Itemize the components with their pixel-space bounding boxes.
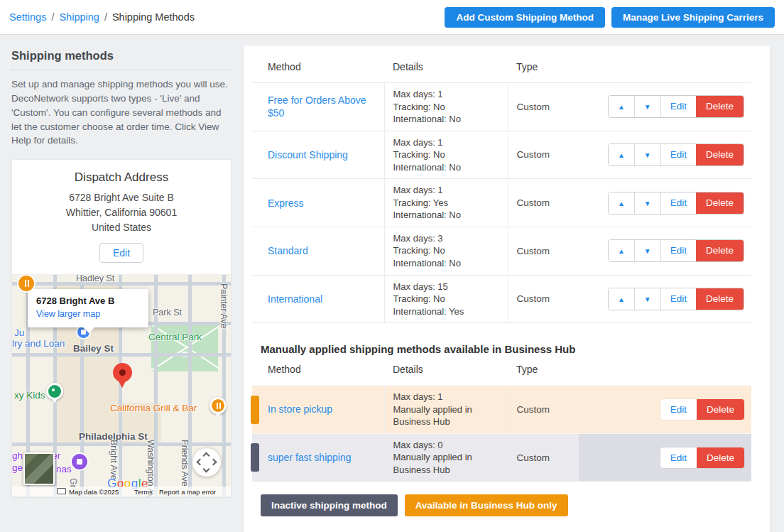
page-title: Shipping methods <box>11 49 232 70</box>
poi-label-whittier-line2: ge <box>12 462 23 473</box>
method-details: Max days: 3 Tracking: No International: … <box>393 232 499 270</box>
move-up-button[interactable]: ▲ <box>609 96 634 117</box>
legend-available-in-business-hub: Available in Business Hub only <box>405 494 568 516</box>
actions-cell: ▲ ▼ Edit Delete <box>579 179 751 227</box>
type-cell: Custom <box>508 83 579 131</box>
edit-button[interactable]: Edit <box>660 399 697 420</box>
dispatch-address-line3: United States <box>19 220 224 235</box>
poi-label-jewelry-line1: Ju <box>14 327 24 338</box>
edit-button[interactable]: Edit <box>660 96 696 117</box>
shipping-method-row: Express Max days: 1 Tracking: Yes Intern… <box>252 179 751 227</box>
row-action-buttons: ▲ ▼ Edit Delete <box>608 288 744 310</box>
move-down-button[interactable]: ▼ <box>634 240 660 261</box>
google-map[interactable]: Hadley St Park St Bailey St Philadelphia… <box>12 274 231 496</box>
method-cell: Express <box>252 179 384 227</box>
poi-label-kids: xy Kids <box>14 390 45 401</box>
type-cell: Custom <box>508 275 579 323</box>
column-header-details: Details <box>384 57 508 83</box>
poi-label-jewelry-line2: lry and Loan <box>12 338 65 349</box>
breadcrumb-current-page: Shipping Methods <box>112 11 195 23</box>
method-details: Max days: 1 Tracking: No International: … <box>393 88 499 126</box>
move-up-button[interactable]: ▲ <box>609 144 634 165</box>
method-link[interactable]: In store pickup <box>268 403 332 416</box>
delete-button[interactable]: Delete <box>696 288 744 310</box>
delete-button[interactable]: Delete <box>697 447 744 468</box>
dispatch-address-line2: Whittier, California 90601 <box>19 205 224 220</box>
details-cell: Max days: 1 Tracking: No International: … <box>384 131 508 179</box>
table-header-row: Method Details Type <box>252 57 751 83</box>
breadcrumb-settings-link[interactable]: Settings <box>9 11 46 23</box>
type-cell: Custom <box>508 227 579 275</box>
move-up-button[interactable]: ▲ <box>609 240 634 261</box>
method-type: Custom <box>517 197 550 208</box>
row-state-indicator <box>251 443 259 472</box>
map-pan-control[interactable] <box>192 448 221 477</box>
move-up-button[interactable]: ▲ <box>609 288 634 310</box>
details-cell: Max days: 1 Tracking: Yes International:… <box>384 179 508 227</box>
method-link[interactable]: super fast shipping <box>268 451 352 464</box>
legend: Inactive shipping method Available in Bu… <box>261 494 751 516</box>
method-link[interactable]: Discount Shipping <box>268 148 348 161</box>
delete-button[interactable]: Delete <box>696 144 744 165</box>
map-info-window: 6728 Bright Ave B View larger map <box>28 289 148 327</box>
grill-poi-icon <box>209 397 227 418</box>
report-map-error-link[interactable]: Report a map error <box>159 488 216 496</box>
move-down-button[interactable]: ▼ <box>634 288 660 310</box>
street-label-bright-ave: Bright Ave <box>109 440 119 480</box>
satellite-view-toggle[interactable] <box>23 452 55 485</box>
row-state-indicator <box>251 396 259 424</box>
legend-inactive-shipping-method: Inactive shipping method <box>261 494 398 516</box>
breadcrumb-shipping-link[interactable]: Shipping <box>59 11 99 23</box>
method-cell: Standard <box>252 227 384 275</box>
method-details: Max days: 1 Manually applied in Business… <box>393 391 499 428</box>
delete-button[interactable]: Delete <box>696 240 744 261</box>
method-link[interactable]: Standard <box>268 244 308 257</box>
view-larger-map-link[interactable]: View larger map <box>36 309 100 319</box>
method-type: Custom <box>517 404 550 415</box>
actions-cell: ▲ ▼ Edit Delete <box>579 131 751 179</box>
shipping-method-row: Free for Orders Above $50 Max days: 1 Tr… <box>252 83 751 131</box>
edit-button[interactable]: Edit <box>660 288 696 310</box>
map-terms-link[interactable]: Terms <box>134 488 153 496</box>
edit-dispatch-address-button[interactable]: Edit <box>99 243 143 263</box>
map-road <box>12 353 231 357</box>
method-link[interactable]: International <box>268 293 322 305</box>
delete-button[interactable]: Delete <box>696 96 744 117</box>
manage-live-shipping-carriers-button[interactable]: Manage Live Shipping Carriers <box>611 7 775 28</box>
street-label-friends-ave: Friends Ave <box>180 440 190 487</box>
method-link[interactable]: Free for Orders Above $50 <box>268 94 376 119</box>
move-down-button[interactable]: ▼ <box>634 192 660 214</box>
row-action-buttons: ▲ ▼ Edit Delete <box>608 143 744 166</box>
edit-button[interactable]: Edit <box>660 144 696 165</box>
delete-button[interactable]: Delete <box>696 192 744 214</box>
map-data-attribution: Map data ©2025 <box>69 488 119 496</box>
manual-section-title: Manually applied shipping methods availa… <box>261 343 751 355</box>
column-header-type: Type <box>508 359 579 386</box>
keyboard-shortcuts-icon[interactable] <box>57 488 66 494</box>
sidebar: Shipping methods Set up and manage shipp… <box>11 45 232 532</box>
method-details: Max days: 1 Tracking: No International: … <box>393 136 499 174</box>
map-road <box>12 282 231 286</box>
shipping-methods-panel: Method Details Type Free for Orders Abov… <box>243 45 771 532</box>
edit-button[interactable]: Edit <box>660 447 697 468</box>
method-type: Custom <box>517 293 550 304</box>
breadcrumb-separator: / <box>51 11 54 23</box>
delete-button[interactable]: Delete <box>697 399 744 420</box>
column-header-method: Method <box>252 359 384 386</box>
move-down-button[interactable]: ▼ <box>634 96 660 117</box>
top-bar: Settings / Shipping / Shipping Methods A… <box>0 0 784 35</box>
edit-button[interactable]: Edit <box>660 240 696 261</box>
type-cell: Custom <box>508 386 579 434</box>
row-action-buttons: ▲ ▼ Edit Delete <box>608 95 744 118</box>
poi-label-whittier-line3: nas <box>56 464 72 474</box>
method-link[interactable]: Express <box>268 197 304 210</box>
add-custom-shipping-method-button[interactable]: Add Custom Shipping Method <box>445 7 604 28</box>
dispatch-address-card: Dispatch Address 6728 Bright Ave Suite B… <box>11 159 232 497</box>
location-pin-icon <box>113 363 132 391</box>
details-cell: Max days: 1 Tracking: No International: … <box>384 83 508 131</box>
method-cell: Free for Orders Above $50 <box>252 83 384 131</box>
row-action-buttons: Edit Delete <box>660 399 744 420</box>
move-up-button[interactable]: ▲ <box>609 192 634 214</box>
edit-button[interactable]: Edit <box>660 192 696 214</box>
move-down-button[interactable]: ▼ <box>634 144 660 165</box>
